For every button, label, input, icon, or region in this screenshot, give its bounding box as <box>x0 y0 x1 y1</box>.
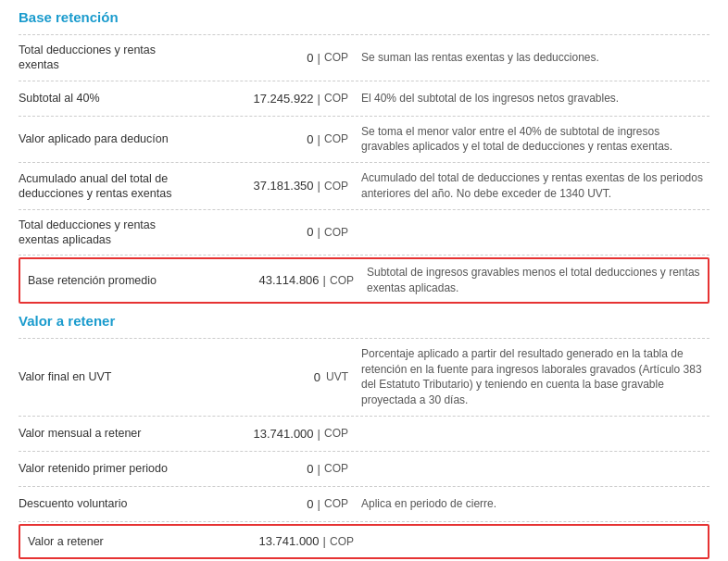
value-total-deducciones-aplicadas: 0 | COP <box>204 225 352 239</box>
value-total-deducciones-rentas: 0 | COP <box>204 51 352 65</box>
value-valor-final-uvt: 0 UVT <box>204 370 352 384</box>
label-valor-final-uvt: Valor final en UVT <box>19 369 204 384</box>
row-valor-final-uvt: Valor final en UVT 0 UVT Porcentaje apli… <box>19 339 709 417</box>
base-retencion-section: Base retención Total deducciones y renta… <box>19 9 709 304</box>
valor-a-retener-title: Valor a retener <box>19 313 709 332</box>
desc-valor-final-uvt: Porcentaje aplicado a partir del resulta… <box>352 346 709 408</box>
row-total-deducciones-aplicadas: Total deducciones y rentas exentas aplic… <box>19 210 709 256</box>
row-base-retencion-promedio: Base retención promedio 43.114.806 | COP… <box>19 257 709 304</box>
label-subtotal-40: Subtotal al 40% <box>19 91 204 106</box>
row-acumulado-anual: Acumulado anual del total de deducciones… <box>19 163 709 210</box>
valor-a-retener-rows: Valor final en UVT 0 UVT Porcentaje apli… <box>19 338 709 559</box>
desc-subtotal-40: El 40% del subtotal de los ingresos neto… <box>352 91 709 106</box>
value-acumulado-anual: 37.181.350 | COP <box>204 179 352 193</box>
label-total-deducciones-aplicadas: Total deducciones y rentas exentas aplic… <box>19 218 204 248</box>
label-acumulado-anual: Acumulado anual del total de deducciones… <box>19 171 204 202</box>
desc-base-retencion-promedio: Subtotal de ingresos gravables menos el … <box>358 265 704 296</box>
base-retencion-rows: Total deducciones y rentas exentas 0 | C… <box>19 34 709 304</box>
label-valor-a-retener: Valor a retener <box>24 534 209 549</box>
row-descuento-voluntario: Descuento voluntario 0 | COP Aplica en p… <box>19 487 709 522</box>
desc-valor-aplicado-deduccion: Se toma el menor valor entre el 40% de s… <box>352 124 709 156</box>
label-total-deducciones-rentas: Total deducciones y rentas exentas <box>19 43 204 73</box>
value-descuento-voluntario: 0 | COP <box>204 497 352 511</box>
value-valor-mensual-retener: 13.741.000 | COP <box>204 427 352 441</box>
row-valor-retenido-primer-periodo: Valor retenido primer periodo 0 | COP <box>19 452 709 487</box>
label-valor-aplicado-deduccion: Valor aplicado para deducíon <box>19 131 204 146</box>
label-valor-retenido-primer-periodo: Valor retenido primer periodo <box>19 461 204 476</box>
desc-acumulado-anual: Acumulado del total de deducciones y ren… <box>352 170 709 202</box>
row-valor-mensual-retener: Valor mensual a retener 13.741.000 | COP <box>19 417 709 452</box>
value-valor-a-retener: 13.741.000 | COP <box>209 534 358 548</box>
value-valor-retenido-primer-periodo: 0 | COP <box>204 462 352 476</box>
label-descuento-voluntario: Descuento voluntario <box>19 496 204 511</box>
label-base-retencion-promedio: Base retención promedio <box>24 273 209 288</box>
label-valor-mensual-retener: Valor mensual a retener <box>19 426 204 441</box>
base-retencion-title: Base retención <box>19 9 709 29</box>
value-base-retencion-promedio: 43.114.806 | COP <box>209 273 358 287</box>
row-total-deducciones-rentas: Total deducciones y rentas exentas 0 | C… <box>19 35 709 81</box>
row-valor-a-retener: Valor a retener 13.741.000 | COP <box>19 524 709 559</box>
value-subtotal-40: 17.245.922 | COP <box>204 92 352 106</box>
row-valor-aplicado-deduccion: Valor aplicado para deducíon 0 | COP Se … <box>19 117 709 164</box>
desc-descuento-voluntario: Aplica en periodo de cierre. <box>352 496 709 512</box>
valor-a-retener-section: Valor a retener Valor final en UVT 0 UVT… <box>19 313 709 559</box>
value-valor-aplicado-deduccion: 0 | COP <box>204 132 352 146</box>
row-subtotal-40: Subtotal al 40% 17.245.922 | COP El 40% … <box>19 81 709 117</box>
desc-total-deducciones-rentas: Se suman las rentas exentas y las deducc… <box>352 50 709 66</box>
